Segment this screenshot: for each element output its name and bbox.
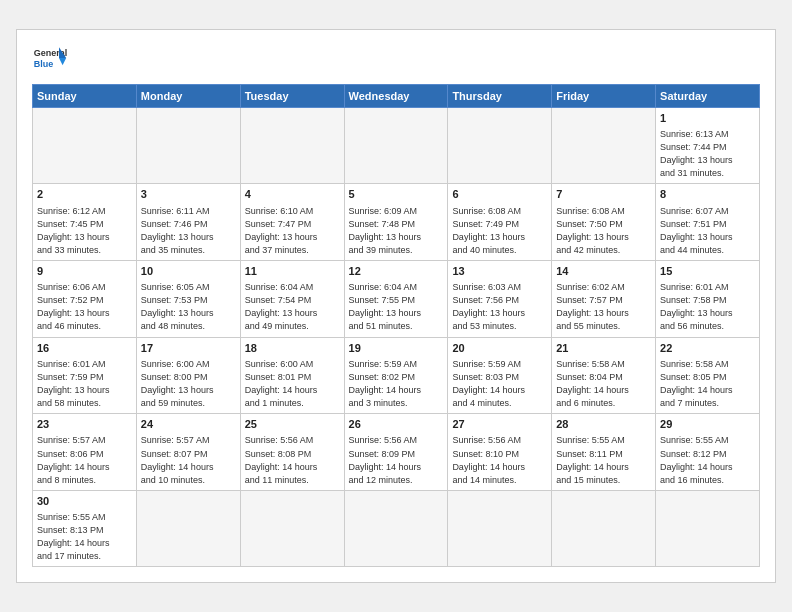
calendar-day-cell: 15Sunrise: 6:01 AM Sunset: 7:58 PM Dayli…: [656, 260, 760, 337]
logo-icon: General Blue: [32, 40, 68, 76]
calendar-week-row: 16Sunrise: 6:01 AM Sunset: 7:59 PM Dayli…: [33, 337, 760, 414]
calendar-day-cell: 6Sunrise: 6:08 AM Sunset: 7:49 PM Daylig…: [448, 184, 552, 261]
calendar-day-cell: 11Sunrise: 6:04 AM Sunset: 7:54 PM Dayli…: [240, 260, 344, 337]
day-info: Sunrise: 6:12 AM Sunset: 7:45 PM Dayligh…: [37, 205, 132, 257]
calendar-week-row: 2Sunrise: 6:12 AM Sunset: 7:45 PM Daylig…: [33, 184, 760, 261]
day-number: 1: [660, 111, 755, 126]
day-info: Sunrise: 6:00 AM Sunset: 8:00 PM Dayligh…: [141, 358, 236, 410]
calendar-day-cell: 25Sunrise: 5:56 AM Sunset: 8:08 PM Dayli…: [240, 414, 344, 491]
calendar-day-cell: 2Sunrise: 6:12 AM Sunset: 7:45 PM Daylig…: [33, 184, 137, 261]
calendar-day-cell: 9Sunrise: 6:06 AM Sunset: 7:52 PM Daylig…: [33, 260, 137, 337]
day-info: Sunrise: 6:08 AM Sunset: 7:50 PM Dayligh…: [556, 205, 651, 257]
calendar-week-row: 30Sunrise: 5:55 AM Sunset: 8:13 PM Dayli…: [33, 490, 760, 567]
day-number: 12: [349, 264, 444, 279]
day-number: 22: [660, 341, 755, 356]
day-number: 16: [37, 341, 132, 356]
day-number: 8: [660, 187, 755, 202]
day-number: 7: [556, 187, 651, 202]
calendar-container: General Blue SundayMondayTuesdayWednesda…: [16, 29, 776, 583]
header: General Blue: [32, 40, 760, 76]
calendar-day-cell: 23Sunrise: 5:57 AM Sunset: 8:06 PM Dayli…: [33, 414, 137, 491]
calendar-day-cell: 18Sunrise: 6:00 AM Sunset: 8:01 PM Dayli…: [240, 337, 344, 414]
day-info: Sunrise: 5:58 AM Sunset: 8:05 PM Dayligh…: [660, 358, 755, 410]
day-number: 9: [37, 264, 132, 279]
day-number: 14: [556, 264, 651, 279]
day-number: 20: [452, 341, 547, 356]
logo: General Blue: [32, 40, 68, 76]
calendar-day-cell: 21Sunrise: 5:58 AM Sunset: 8:04 PM Dayli…: [552, 337, 656, 414]
day-number: 2: [37, 187, 132, 202]
day-number: 26: [349, 417, 444, 432]
calendar-week-row: 23Sunrise: 5:57 AM Sunset: 8:06 PM Dayli…: [33, 414, 760, 491]
calendar-day-cell: [344, 490, 448, 567]
calendar-day-cell: [552, 490, 656, 567]
calendar-day-cell: [448, 490, 552, 567]
day-info: Sunrise: 6:00 AM Sunset: 8:01 PM Dayligh…: [245, 358, 340, 410]
day-info: Sunrise: 6:04 AM Sunset: 7:55 PM Dayligh…: [349, 281, 444, 333]
calendar-day-cell: [240, 107, 344, 184]
day-number: 4: [245, 187, 340, 202]
day-number: 17: [141, 341, 236, 356]
svg-text:Blue: Blue: [34, 59, 54, 69]
day-info: Sunrise: 6:01 AM Sunset: 7:58 PM Dayligh…: [660, 281, 755, 333]
calendar-week-row: 9Sunrise: 6:06 AM Sunset: 7:52 PM Daylig…: [33, 260, 760, 337]
calendar-day-cell: 7Sunrise: 6:08 AM Sunset: 7:50 PM Daylig…: [552, 184, 656, 261]
day-number: 15: [660, 264, 755, 279]
calendar-day-cell: 30Sunrise: 5:55 AM Sunset: 8:13 PM Dayli…: [33, 490, 137, 567]
calendar-day-cell: 4Sunrise: 6:10 AM Sunset: 7:47 PM Daylig…: [240, 184, 344, 261]
day-info: Sunrise: 5:55 AM Sunset: 8:13 PM Dayligh…: [37, 511, 132, 563]
day-info: Sunrise: 5:59 AM Sunset: 8:02 PM Dayligh…: [349, 358, 444, 410]
day-info: Sunrise: 5:56 AM Sunset: 8:10 PM Dayligh…: [452, 434, 547, 486]
day-info: Sunrise: 5:59 AM Sunset: 8:03 PM Dayligh…: [452, 358, 547, 410]
day-info: Sunrise: 6:04 AM Sunset: 7:54 PM Dayligh…: [245, 281, 340, 333]
day-info: Sunrise: 5:55 AM Sunset: 8:11 PM Dayligh…: [556, 434, 651, 486]
calendar-day-cell: 16Sunrise: 6:01 AM Sunset: 7:59 PM Dayli…: [33, 337, 137, 414]
day-info: Sunrise: 5:56 AM Sunset: 8:09 PM Dayligh…: [349, 434, 444, 486]
svg-marker-3: [59, 58, 66, 65]
day-info: Sunrise: 5:55 AM Sunset: 8:12 PM Dayligh…: [660, 434, 755, 486]
day-info: Sunrise: 5:56 AM Sunset: 8:08 PM Dayligh…: [245, 434, 340, 486]
day-number: 5: [349, 187, 444, 202]
calendar-week-row: 1Sunrise: 6:13 AM Sunset: 7:44 PM Daylig…: [33, 107, 760, 184]
calendar-day-cell: 24Sunrise: 5:57 AM Sunset: 8:07 PM Dayli…: [136, 414, 240, 491]
day-number: 25: [245, 417, 340, 432]
calendar-day-cell: 12Sunrise: 6:04 AM Sunset: 7:55 PM Dayli…: [344, 260, 448, 337]
weekday-header-row: SundayMondayTuesdayWednesdayThursdayFrid…: [33, 84, 760, 107]
day-number: 24: [141, 417, 236, 432]
calendar-day-cell: 20Sunrise: 5:59 AM Sunset: 8:03 PM Dayli…: [448, 337, 552, 414]
day-info: Sunrise: 6:01 AM Sunset: 7:59 PM Dayligh…: [37, 358, 132, 410]
day-info: Sunrise: 6:03 AM Sunset: 7:56 PM Dayligh…: [452, 281, 547, 333]
day-number: 13: [452, 264, 547, 279]
calendar-day-cell: 29Sunrise: 5:55 AM Sunset: 8:12 PM Dayli…: [656, 414, 760, 491]
calendar-day-cell: [33, 107, 137, 184]
calendar-day-cell: [656, 490, 760, 567]
calendar-day-cell: [448, 107, 552, 184]
day-info: Sunrise: 5:58 AM Sunset: 8:04 PM Dayligh…: [556, 358, 651, 410]
day-number: 27: [452, 417, 547, 432]
day-info: Sunrise: 6:05 AM Sunset: 7:53 PM Dayligh…: [141, 281, 236, 333]
day-number: 29: [660, 417, 755, 432]
calendar-day-cell: 10Sunrise: 6:05 AM Sunset: 7:53 PM Dayli…: [136, 260, 240, 337]
day-info: Sunrise: 6:13 AM Sunset: 7:44 PM Dayligh…: [660, 128, 755, 180]
calendar-day-cell: 14Sunrise: 6:02 AM Sunset: 7:57 PM Dayli…: [552, 260, 656, 337]
weekday-header-friday: Friday: [552, 84, 656, 107]
calendar-day-cell: [552, 107, 656, 184]
calendar-day-cell: 26Sunrise: 5:56 AM Sunset: 8:09 PM Dayli…: [344, 414, 448, 491]
calendar-day-cell: [136, 107, 240, 184]
day-number: 3: [141, 187, 236, 202]
calendar-day-cell: 13Sunrise: 6:03 AM Sunset: 7:56 PM Dayli…: [448, 260, 552, 337]
day-info: Sunrise: 6:10 AM Sunset: 7:47 PM Dayligh…: [245, 205, 340, 257]
weekday-header-wednesday: Wednesday: [344, 84, 448, 107]
weekday-header-sunday: Sunday: [33, 84, 137, 107]
calendar-day-cell: 17Sunrise: 6:00 AM Sunset: 8:00 PM Dayli…: [136, 337, 240, 414]
day-info: Sunrise: 5:57 AM Sunset: 8:07 PM Dayligh…: [141, 434, 236, 486]
day-number: 18: [245, 341, 340, 356]
calendar-day-cell: 5Sunrise: 6:09 AM Sunset: 7:48 PM Daylig…: [344, 184, 448, 261]
calendar-day-cell: [344, 107, 448, 184]
calendar-day-cell: 28Sunrise: 5:55 AM Sunset: 8:11 PM Dayli…: [552, 414, 656, 491]
day-number: 6: [452, 187, 547, 202]
day-number: 23: [37, 417, 132, 432]
day-number: 28: [556, 417, 651, 432]
day-info: Sunrise: 6:02 AM Sunset: 7:57 PM Dayligh…: [556, 281, 651, 333]
calendar-day-cell: 8Sunrise: 6:07 AM Sunset: 7:51 PM Daylig…: [656, 184, 760, 261]
